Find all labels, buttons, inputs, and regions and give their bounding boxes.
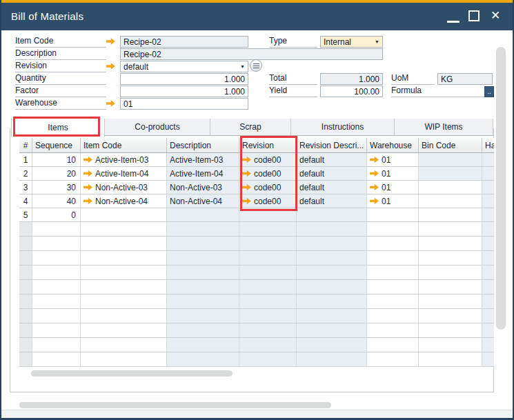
cell-ha[interactable] [482, 280, 494, 294]
cell-description[interactable] [167, 294, 239, 309]
cell-sequence[interactable] [32, 309, 81, 323]
cell-revision-description[interactable] [297, 338, 367, 352]
warehouse-link-arrow-icon[interactable] [370, 184, 379, 191]
cell-warehouse[interactable] [367, 338, 419, 352]
cell-ha[interactable] [482, 181, 494, 194]
factor-field[interactable]: 1.000 [120, 86, 248, 97]
cell-warehouse[interactable] [367, 323, 419, 338]
tab-co-products[interactable]: Co-products [105, 119, 210, 135]
cell-sequence[interactable] [32, 338, 81, 352]
cell-bin-code[interactable] [419, 181, 482, 194]
cell-bin-code[interactable] [419, 167, 482, 181]
cell-warehouse[interactable] [367, 309, 419, 323]
cell-ha[interactable] [482, 153, 494, 167]
item-link-arrow-icon[interactable] [83, 170, 92, 177]
cell-revision[interactable] [239, 323, 297, 338]
uom-field[interactable]: KG [437, 73, 493, 85]
cell-bin-code[interactable] [419, 194, 482, 208]
table-row-empty[interactable] [19, 237, 494, 251]
cell-description[interactable] [167, 280, 239, 294]
cell-ha[interactable] [482, 167, 494, 181]
table-row-empty[interactable] [19, 280, 494, 294]
cell-sequence[interactable] [32, 266, 81, 280]
cell-warehouse[interactable] [367, 280, 419, 294]
cell-sequence[interactable] [32, 237, 81, 251]
cell-sequence[interactable]: 30 [32, 181, 81, 194]
item-link-arrow-icon[interactable] [83, 198, 92, 205]
cell-sequence[interactable] [32, 251, 81, 266]
cell-item-code[interactable] [81, 251, 167, 266]
cell-bin-code[interactable] [419, 309, 482, 323]
cell-bin-code[interactable] [419, 352, 482, 367]
cell-warehouse[interactable] [367, 237, 419, 251]
warehouse-link-arrow-icon[interactable] [370, 157, 379, 163]
cell-warehouse[interactable] [367, 222, 419, 237]
table-row-empty[interactable] [19, 338, 494, 352]
cell-sequence[interactable] [32, 294, 81, 309]
table-row-empty[interactable] [19, 323, 494, 338]
cell-bin-code[interactable] [419, 266, 482, 280]
cell-revision-description[interactable] [297, 294, 367, 309]
revision-link-arrow-icon[interactable] [242, 198, 251, 205]
cell-warehouse[interactable] [367, 251, 419, 266]
cell-ha[interactable] [482, 237, 494, 251]
total-field[interactable]: 1.000 [320, 73, 383, 85]
cell-item-code[interactable]: Active-Item-04 [81, 167, 167, 181]
cell-item-code[interactable] [81, 338, 167, 352]
cell-warehouse[interactable]: 01 [367, 194, 419, 208]
cell-warehouse[interactable] [367, 208, 419, 222]
item-link-arrow-icon[interactable] [83, 157, 92, 163]
cell-revision-description[interactable] [297, 280, 367, 294]
vertical-scrollbar-thumb[interactable] [496, 47, 506, 330]
cell-ha[interactable] [482, 309, 494, 323]
cell-revision[interactable] [239, 251, 297, 266]
cell-description[interactable] [167, 338, 239, 352]
tab-instructions[interactable]: Instructions [291, 119, 395, 135]
cell-item-code[interactable] [81, 309, 167, 323]
cell-revision[interactable] [239, 280, 297, 294]
cell-item-code[interactable] [81, 280, 167, 294]
cell-bin-code[interactable] [419, 222, 482, 237]
cell-revision-description[interactable]: default [297, 167, 367, 181]
cell-revision[interactable] [239, 208, 297, 222]
cell-revision-description[interactable] [297, 251, 367, 266]
cell-revision[interactable]: code00 [239, 194, 297, 208]
type-dropdown[interactable]: Internal ▼ [320, 36, 383, 48]
cell-bin-code[interactable] [419, 338, 482, 352]
tab-wip-items[interactable]: WIP Items [395, 119, 493, 135]
cell-warehouse[interactable] [367, 294, 419, 309]
revision-link-arrow-icon[interactable] [242, 184, 251, 191]
cell-sequence[interactable] [32, 323, 81, 338]
cell-revision[interactable]: code00 [239, 181, 297, 194]
cell-revision[interactable] [239, 266, 297, 280]
cell-bin-code[interactable] [419, 153, 482, 167]
cell-warehouse[interactable] [367, 352, 419, 367]
maximize-icon[interactable] [468, 10, 480, 21]
cell-item-code[interactable] [81, 237, 167, 251]
item-code-link-arrow-icon[interactable] [106, 38, 115, 45]
cell-bin-code[interactable] [419, 251, 482, 266]
cell-revision[interactable] [239, 338, 297, 352]
cell-sequence[interactable]: 0 [32, 208, 81, 222]
cell-revision-description[interactable] [297, 237, 367, 251]
window-horizontal-scrollbar-thumb[interactable] [19, 402, 331, 408]
tab-items[interactable]: Items [11, 119, 105, 137]
table-row-empty[interactable] [19, 352, 494, 367]
minimize-icon[interactable] [447, 21, 459, 23]
cell-ha[interactable] [482, 352, 494, 367]
cell-revision[interactable]: code00 [239, 153, 297, 167]
revision-link-arrow-icon[interactable] [242, 157, 251, 163]
cell-sequence[interactable] [32, 280, 81, 294]
cell-description[interactable] [167, 323, 239, 338]
cell-description[interactable]: Active-Item-03 [167, 153, 239, 167]
cell-item-code[interactable] [81, 323, 167, 338]
cell-ha[interactable] [482, 294, 494, 309]
quantity-field[interactable]: 1.000 [120, 73, 248, 85]
table-row-empty[interactable] [19, 266, 494, 280]
cell-ha[interactable] [482, 222, 494, 237]
cell-description[interactable]: Active-Item-04 [167, 167, 239, 181]
cell-description[interactable] [167, 251, 239, 266]
cell-sequence[interactable] [32, 352, 81, 367]
cell-warehouse[interactable]: 01 [367, 167, 419, 181]
cell-bin-code[interactable] [419, 294, 482, 309]
